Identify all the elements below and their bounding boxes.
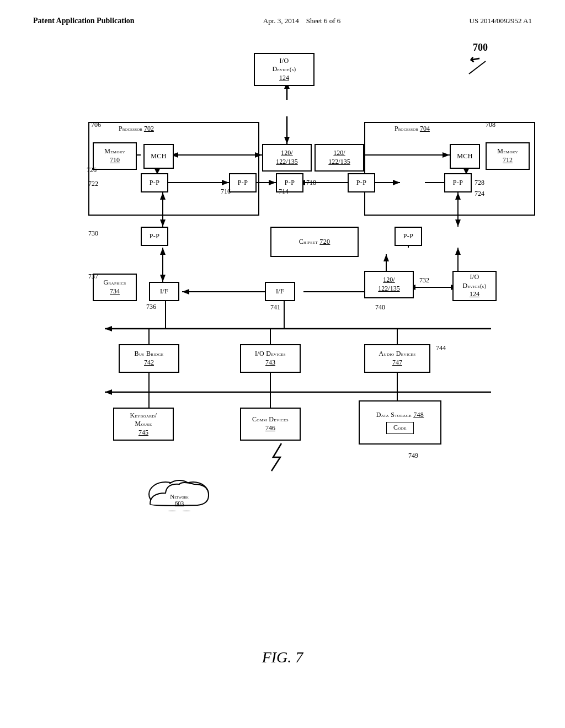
data-storage-748-box: Data Storage 748 Code [359,400,441,445]
ref-741: 741 [270,303,280,312]
mch-left-box: MCH [143,144,174,169]
ref-749: 749 [408,452,418,460]
ref-736: 736 [146,303,156,311]
pp-704-left-box: P-P [348,173,375,192]
ref-726: 726 [87,166,97,174]
pp-726b-box: P-P [229,173,257,192]
header: Patent Application Publication Apr. 3, 2… [33,17,532,25]
ref-714: 714 [279,188,289,196]
comm-devices-746-box: Comm Devices 746 [240,408,301,441]
figure-label: FIG. 7 [33,649,532,666]
ref-716: 716 [221,188,231,196]
ref-744: 744 [436,344,446,352]
svg-marker-37 [105,326,112,331]
processor-702-label: Processor 702 [119,125,154,133]
interconnect-right-box: 120/ 122/135 [315,144,364,172]
processor-704-label: Processor 704 [395,125,430,133]
figure-container: 700 ↙ I/O Device(s) 124 706 Processor 70… [33,36,532,643]
interconnect-lower-box: 120/ 122/135 [364,271,414,298]
header-center: Apr. 3, 2014 Sheet 6 of 6 [263,17,340,25]
memory-710-box: Memory 710 [93,142,137,170]
svg-marker-8 [269,180,276,185]
io-device-right-box: I/O Device(s) 124 [452,271,497,301]
ref-724: 724 [475,190,484,198]
svg-marker-18 [160,220,166,227]
ref-730: 730 [88,229,98,238]
ref-732: 732 [419,276,429,285]
pp-730a-box: P-P [141,227,168,246]
pp-728-box: P-P [444,173,472,192]
network-cloud-svg: Network 603 [132,461,226,522]
ref-708: 708 [486,121,495,129]
svg-marker-24 [160,275,166,282]
page: Patent Application Publication Apr. 3, 2… [0,0,565,728]
ref-722: 722 [88,180,98,188]
if-736-box: I/F [149,282,179,301]
mch-right-box: MCH [450,144,480,169]
svg-text:Network: Network [170,493,189,500]
svg-marker-44 [105,389,112,395]
ref-706: 706 [91,121,101,129]
if-741-box: I/F [265,282,295,301]
interconnect-left-box: 120/ 122/135 [262,144,312,172]
svg-marker-4 [284,137,290,144]
ref-737: 737 [88,272,98,281]
memory-712-box: Memory 712 [486,142,530,170]
ref-718: 718 [306,179,316,187]
keyboard-745-box: Keyboard/ Mouse 745 [113,408,174,441]
ref-740: 740 [375,303,385,312]
header-right: US 2014/0092952 A1 [470,17,532,25]
svg-text:603: 603 [175,500,184,506]
audio-devices-747-box: Audio Devices 747 [364,344,430,373]
svg-marker-32 [182,289,189,295]
lightning-bolt-svg [265,441,298,474]
pp-730b-box: P-P [395,227,422,246]
code-box: Code [386,422,414,434]
chipset-720-box: Chipset 720 [270,227,359,257]
svg-marker-25 [160,248,166,255]
io-devices-743-box: I/O Devices 743 [240,344,301,373]
ref-728: 728 [475,179,484,187]
graphics-734-box: Graphics 734 [93,274,137,301]
bus-bridge-742-box: Bus Bridge 742 [119,344,179,373]
svg-marker-69 [383,254,389,261]
io-device-top-box: I/O Device(s) 124 [254,53,315,86]
svg-marker-28 [455,248,461,255]
header-left: Patent Application Publication [33,17,135,25]
pp-722-box: P-P [141,173,168,192]
svg-marker-21 [455,220,461,227]
